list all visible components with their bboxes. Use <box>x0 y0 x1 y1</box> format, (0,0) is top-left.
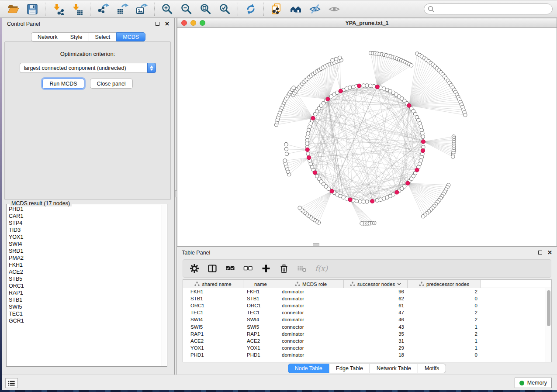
mcds-result-item[interactable]: SRD1 <box>9 248 161 254</box>
mcds-network-node[interactable] <box>326 97 330 101</box>
mcds-result-item[interactable]: TID3 <box>9 227 161 234</box>
network-node[interactable] <box>305 142 309 145</box>
mcds-result-item[interactable]: STP4 <box>9 220 161 227</box>
network-node[interactable] <box>351 85 355 89</box>
network-node[interactable] <box>421 131 424 135</box>
network-node[interactable] <box>292 86 295 89</box>
float-panel-icon[interactable] <box>156 22 159 26</box>
zoom-fit-button[interactable] <box>197 2 215 17</box>
network-node[interactable] <box>372 84 375 88</box>
task-history-button[interactable] <box>5 378 18 388</box>
mcds-result-item[interactable]: ACE2 <box>9 268 161 275</box>
network-node[interactable] <box>451 155 455 158</box>
table-scrollbar-thumb[interactable] <box>547 290 550 326</box>
network-node[interactable] <box>306 135 309 138</box>
mcds-network-node[interactable] <box>421 140 425 144</box>
network-graph[interactable] <box>177 28 557 246</box>
mcds-network-node[interactable] <box>330 189 334 193</box>
table-row[interactable]: PHD1PHD1dominator180 <box>183 351 551 358</box>
mcds-result-item[interactable]: PHD1 <box>9 206 161 213</box>
import-table-button[interactable] <box>68 2 86 17</box>
network-node[interactable] <box>464 113 467 117</box>
network-node[interactable] <box>379 198 382 201</box>
run-mcds-button[interactable]: Run MCDS <box>42 79 84 89</box>
mcds-result-item[interactable]: STB1 <box>9 296 161 303</box>
import-network-button[interactable] <box>49 2 67 17</box>
table-row[interactable]: FKH1FKH1dominator962 <box>183 288 551 295</box>
network-node[interactable] <box>358 199 362 203</box>
tab-select[interactable]: Select <box>89 32 117 41</box>
network-node[interactable] <box>409 64 413 67</box>
table-row[interactable]: SWI5SWI5connector431 <box>183 323 551 330</box>
close-panel-button[interactable]: Close panel <box>90 79 133 89</box>
mcds-result-item[interactable]: RAP1 <box>9 289 161 296</box>
save-session-button[interactable] <box>23 2 42 17</box>
close-panel-icon[interactable]: ✕ <box>165 21 170 27</box>
network-node[interactable] <box>375 199 379 202</box>
zoom-out-button[interactable] <box>177 2 196 17</box>
mcds-result-item[interactable]: STB5 <box>9 275 161 282</box>
column-header-name[interactable]: name <box>243 280 278 288</box>
clone-network-button[interactable] <box>267 2 286 17</box>
table-row[interactable]: ORC1ORC1dominator610 <box>183 302 551 309</box>
mcds-result-item[interactable]: FKH1 <box>9 261 161 268</box>
mcds-result-item[interactable]: YOX1 <box>9 234 161 241</box>
mcds-network-node[interactable] <box>305 148 309 151</box>
network-node[interactable] <box>420 128 423 132</box>
refresh-view-button[interactable] <box>242 2 260 17</box>
hide-selected-button[interactable] <box>306 2 324 17</box>
mcds-result-item[interactable]: SWI4 <box>9 241 161 248</box>
zoom-in-button[interactable] <box>158 2 176 17</box>
network-node[interactable] <box>284 147 288 151</box>
mcds-network-node[interactable] <box>307 156 311 160</box>
network-node[interactable] <box>365 84 369 87</box>
close-table-panel-icon[interactable]: ✕ <box>547 250 552 255</box>
column-header-shared-name[interactable]: shared name <box>183 280 243 288</box>
table-row[interactable]: TEC1TEC1connector472 <box>183 309 551 316</box>
delete-table-button[interactable] <box>297 264 307 273</box>
network-node[interactable] <box>298 206 301 210</box>
mcds-result-item[interactable]: ORC1 <box>9 282 161 289</box>
network-canvas[interactable] <box>177 28 557 247</box>
tab-network[interactable]: Network <box>31 32 64 41</box>
export-network-button[interactable] <box>94 2 112 17</box>
criterion-select[interactable]: largest connected component (undirected) <box>20 63 156 73</box>
network-node[interactable] <box>421 135 425 138</box>
tab-mcds[interactable]: MCDS <box>116 32 145 41</box>
mcds-network-node[interactable] <box>313 171 317 175</box>
network-node[interactable] <box>348 86 352 89</box>
tab-motifs[interactable]: Motifs <box>418 364 446 373</box>
network-node[interactable] <box>355 199 358 203</box>
column-header-predecessor-nodes[interactable]: predecessor nodes <box>408 280 481 288</box>
search-box[interactable] <box>424 3 553 14</box>
float-table-panel-icon[interactable] <box>538 251 542 254</box>
table-row[interactable]: ACE2ACE2connector311 <box>183 337 551 344</box>
mcds-network-node[interactable] <box>370 199 374 203</box>
network-node[interactable] <box>315 174 319 178</box>
mcds-network-node[interactable] <box>375 85 379 89</box>
network-node[interactable] <box>306 131 310 135</box>
mcds-result-list[interactable]: PHD1CAR1STP4TID3YOX1SWI4SRD1PMA2FKH1ACE2… <box>9 206 161 365</box>
mcds-network-node[interactable] <box>415 168 419 172</box>
tab-network-table[interactable]: Network Table <box>370 364 418 373</box>
network-node[interactable] <box>360 222 363 225</box>
table-row[interactable]: SWI4SWI4dominator462 <box>183 316 551 323</box>
column-header-MCDS-role[interactable]: MCDS role <box>278 280 344 288</box>
network-node[interactable] <box>422 145 425 149</box>
network-node[interactable] <box>285 152 288 155</box>
mcds-network-node[interactable] <box>406 181 410 185</box>
search-input[interactable] <box>435 5 552 14</box>
network-node[interactable] <box>338 56 342 59</box>
mcds-result-scrollbar[interactable] <box>162 205 166 366</box>
network-node[interactable] <box>331 58 334 62</box>
mcds-network-node[interactable] <box>395 190 399 194</box>
mcds-result-item[interactable]: SWI5 <box>9 303 161 310</box>
mcds-result-item[interactable]: CAR1 <box>9 213 161 220</box>
toggle-columns-button[interactable] <box>208 264 217 273</box>
table-scrollbar[interactable] <box>546 288 551 362</box>
network-node[interactable] <box>336 91 339 94</box>
export-table-button[interactable] <box>113 2 131 17</box>
network-node[interactable] <box>362 200 365 203</box>
mcds-network-node[interactable] <box>421 149 425 153</box>
table-row[interactable]: STB1STB1dominator620 <box>183 295 551 302</box>
